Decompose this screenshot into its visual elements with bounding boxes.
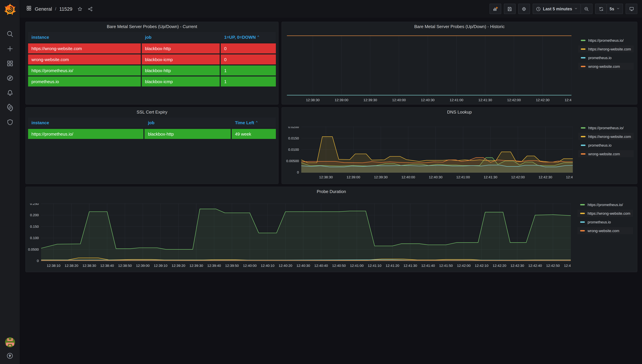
- svg-text:0.0200: 0.0200: [288, 126, 299, 129]
- search-icon[interactable]: [6, 30, 14, 38]
- cell-instance: wrong-website.com: [28, 54, 141, 64]
- grafana-logo-icon[interactable]: [4, 3, 16, 16]
- legend-item[interactable]: wrong-website.com: [578, 150, 634, 157]
- column-header-value[interactable]: 1=UP, 0=DOWN ^: [221, 32, 276, 42]
- cell-instance: https://prometheus.io/: [28, 66, 141, 76]
- share-icon[interactable]: [88, 6, 93, 12]
- legend-item[interactable]: https://prometheus.io/: [578, 124, 634, 131]
- svg-text:12:42:30: 12:42:30: [536, 98, 550, 102]
- column-header-instance[interactable]: instance: [28, 118, 144, 128]
- svg-text:0: 0: [297, 170, 299, 174]
- panel-title[interactable]: SSL Cert Expiry: [26, 108, 278, 117]
- svg-text:12:38:30: 12:38:30: [319, 175, 333, 179]
- svg-text:12:38:50: 12:38:50: [118, 264, 132, 268]
- panel-title[interactable]: Bare Metal Server Probes (Up/Down) - Cur…: [26, 22, 278, 32]
- create-plus-icon[interactable]: [6, 45, 14, 52]
- refresh-interval-label: 5s: [609, 6, 614, 11]
- sort-ascending-icon: ^: [258, 35, 259, 39]
- table-row: https://prometheus.io/ blackbox-http 1: [28, 66, 276, 76]
- configuration-gear-icon[interactable]: [6, 104, 14, 111]
- table-row: wrong-website.com blackbox-icmp 0: [28, 54, 276, 64]
- user-avatar[interactable]: [5, 337, 15, 347]
- panel-probe-duration: Probe Duration 12:38:1012:38:2012:38:301…: [26, 187, 637, 272]
- cell-job: blackbox-icmp: [142, 76, 220, 86]
- add-panel-button[interactable]: [489, 4, 501, 14]
- column-header-timeleft[interactable]: Time Left ^: [232, 118, 276, 128]
- server-admin-shield-icon[interactable]: [6, 118, 14, 126]
- legend-color-chip: [581, 66, 585, 67]
- svg-text:12:40:20: 12:40:20: [279, 264, 292, 268]
- cycle-view-mode-button[interactable]: [626, 4, 637, 14]
- svg-text:12:39:30: 12:39:30: [189, 264, 203, 268]
- cell-value: 1: [221, 66, 276, 76]
- cell-job: blackbox-http: [145, 129, 231, 139]
- svg-text:0.200: 0.200: [30, 213, 39, 217]
- dashboard-grid-icon[interactable]: [26, 5, 32, 12]
- zoom-out-button[interactable]: [581, 4, 592, 14]
- probe-duration-chart[interactable]: 12:38:1012:38:2012:38:3012:38:4012:38:50…: [28, 203, 571, 270]
- panel-title[interactable]: Bare Metal Server Probes (Up/Down) - His…: [282, 22, 637, 32]
- dashboards-icon[interactable]: [6, 60, 14, 67]
- legend-color-chip: [581, 48, 585, 50]
- legend-color-chip: [580, 221, 585, 222]
- svg-text:0.0150: 0.0150: [288, 136, 299, 140]
- svg-text:12:39:10: 12:39:10: [154, 264, 167, 268]
- legend-item[interactable]: prometheus.io: [577, 218, 633, 226]
- svg-text:12:39:00: 12:39:00: [335, 98, 348, 102]
- legend-item[interactable]: prometheus.io: [578, 142, 634, 148]
- time-range-picker[interactable]: Last 5 minutes: [532, 4, 581, 14]
- ssl-table: instance job Time Left ^ https://prometh…: [28, 118, 276, 139]
- refresh-button[interactable]: [595, 4, 607, 14]
- dns-chart[interactable]: 12:38:3012:39:0012:39:3012:40:0012:40:30…: [285, 126, 573, 182]
- dashboard-settings-button[interactable]: [518, 4, 530, 14]
- legend-color-chip: [581, 136, 585, 137]
- svg-text:0.100: 0.100: [30, 236, 39, 240]
- breadcrumb-folder[interactable]: General: [35, 6, 52, 12]
- breadcrumb-dashboard[interactable]: 11529: [59, 6, 72, 12]
- chevron-down-icon: [574, 6, 578, 11]
- svg-text:0.250: 0.250: [30, 203, 39, 206]
- legend-item[interactable]: https://wrong-website.com: [578, 46, 634, 52]
- legend-color-chip: [581, 153, 585, 154]
- table-row: https://wrong-website.com blackbox-http …: [28, 44, 276, 54]
- chart-legend: https://prometheus.io/ https://wrong-web…: [578, 124, 634, 157]
- column-header-job[interactable]: job: [145, 118, 231, 128]
- breadcrumb: General / 11529: [26, 5, 93, 12]
- svg-text:12:40:40: 12:40:40: [314, 264, 328, 268]
- cell-job: blackbox-http: [142, 66, 220, 76]
- historic-chart[interactable]: 12:38:3012:39:0012:39:3012:40:0012:40:30…: [287, 36, 571, 103]
- chart-legend: https://prometheus.io/ https://wrong-web…: [577, 201, 633, 234]
- refresh-interval-picker[interactable]: 5s: [607, 4, 623, 14]
- svg-text:12:38:40: 12:38:40: [100, 264, 114, 268]
- legend-item[interactable]: wrong-website.com: [578, 63, 634, 70]
- legend-item[interactable]: https://prometheus.io/: [577, 201, 633, 208]
- alerting-bell-icon[interactable]: [6, 89, 14, 96]
- svg-text:12:41:30: 12:41:30: [403, 264, 417, 268]
- svg-text:12:42:30: 12:42:30: [539, 175, 552, 179]
- legend-color-chip: [581, 40, 585, 41]
- cell-instance: https://prometheus.io/: [28, 129, 144, 139]
- legend-item[interactable]: prometheus.io: [578, 54, 634, 61]
- legend-color-chip: [580, 230, 585, 231]
- legend-item[interactable]: https://wrong-website.com: [578, 133, 634, 140]
- panel-title[interactable]: Probe Duration: [26, 187, 637, 196]
- legend-item[interactable]: wrong-website.com: [577, 227, 633, 234]
- explore-compass-icon[interactable]: [6, 74, 14, 82]
- cell-instance: prometheus.io: [28, 76, 141, 86]
- cell-value: 0: [221, 44, 276, 54]
- grafana-app: ? General / 11529: [0, 0, 642, 364]
- svg-text:12:38:20: 12:38:20: [65, 264, 78, 268]
- legend-item[interactable]: https://wrong-website.com: [577, 210, 633, 217]
- column-header-job[interactable]: job: [142, 32, 220, 42]
- svg-text:12:41:30: 12:41:30: [478, 98, 492, 102]
- help-icon[interactable]: ?: [6, 352, 14, 359]
- svg-text:12:38:10: 12:38:10: [47, 264, 61, 268]
- panel-title[interactable]: DNS Lookup: [282, 108, 637, 117]
- star-icon[interactable]: [77, 6, 83, 12]
- legend-item[interactable]: https://prometheus.io/: [578, 37, 634, 44]
- table-header: instance job Time Left ^: [28, 118, 276, 128]
- svg-text:12:40:00: 12:40:00: [401, 175, 415, 179]
- save-dashboard-button[interactable]: [504, 4, 515, 14]
- svg-text:12:41:50: 12:41:50: [439, 264, 453, 268]
- column-header-instance[interactable]: instance: [28, 32, 141, 42]
